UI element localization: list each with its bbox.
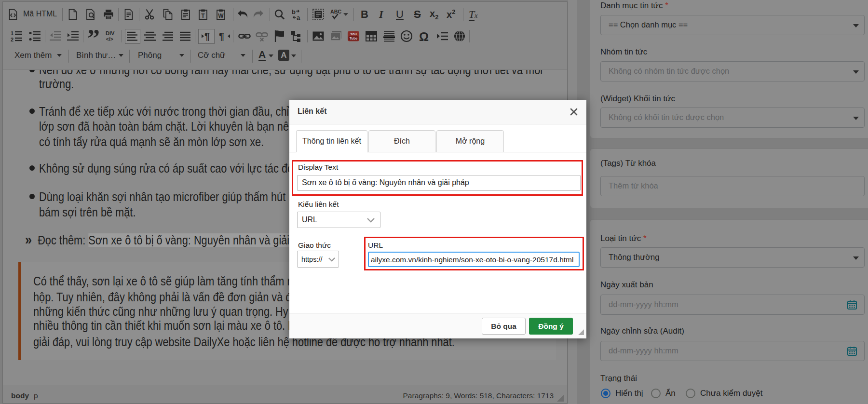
svg-text:ABC: ABC: [330, 9, 341, 14]
svg-text:Tube: Tube: [350, 36, 358, 40]
svg-text:You: You: [350, 32, 357, 36]
svg-text:a: a: [297, 14, 300, 21]
svg-text:DIV: DIV: [106, 30, 115, 36]
svg-text:T: T: [201, 13, 205, 19]
svg-text:W: W: [218, 13, 224, 19]
svg-text:</>: </>: [106, 37, 113, 42]
svg-text:¶: ¶: [204, 31, 210, 41]
svg-text:¶: ¶: [219, 31, 224, 41]
svg-text:1: 1: [11, 30, 14, 36]
svg-text:b: b: [292, 8, 296, 15]
svg-text:2: 2: [11, 37, 14, 42]
